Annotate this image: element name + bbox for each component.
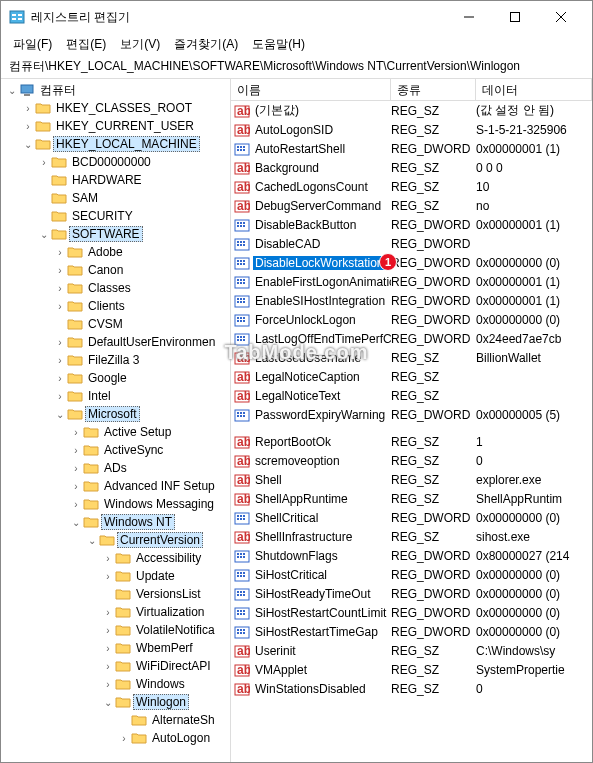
list-row[interactable]: abVMAppletREG_SZSystemPropertie xyxy=(231,660,592,679)
tree-row[interactable]: ⌄Microsoft xyxy=(1,405,230,423)
maximize-button[interactable] xyxy=(492,1,538,33)
tree-row[interactable]: ⌄CurrentVersion xyxy=(1,531,230,549)
chevron-down-icon[interactable]: ⌄ xyxy=(85,533,99,547)
menu-view[interactable]: 보기(V) xyxy=(114,34,166,55)
tree-row[interactable]: ›Clients xyxy=(1,297,230,315)
chevron-down-icon[interactable]: ⌄ xyxy=(53,407,67,421)
list-row[interactable]: abShellInfrastructureREG_SZsihost.exe xyxy=(231,527,592,546)
tree-row[interactable]: ›ADs xyxy=(1,459,230,477)
list-row[interactable]: AutoRestartShellREG_DWORD0x00000001 (1) xyxy=(231,139,592,158)
list-row[interactable]: abAutoLogonSIDREG_SZS-1-5-21-325906 xyxy=(231,120,592,139)
chevron-right-icon[interactable]: › xyxy=(117,731,131,745)
chevron-right-icon[interactable]: › xyxy=(53,245,67,259)
menu-help[interactable]: 도움말(H) xyxy=(246,34,311,55)
chevron-right-icon[interactable]: › xyxy=(101,551,115,565)
tree-row[interactable]: ›BCD00000000 xyxy=(1,153,230,171)
tree-row[interactable]: ›VolatileNotifica xyxy=(1,621,230,639)
menu-edit[interactable]: 편집(E) xyxy=(60,34,112,55)
tree-row[interactable]: ›Windows xyxy=(1,675,230,693)
list-row[interactable]: ShellCriticalREG_DWORD0x00000000 (0) xyxy=(231,508,592,527)
column-data[interactable]: 데이터 xyxy=(476,79,592,100)
list-row[interactable]: abLastUsedUsernameREG_SZBillionWallet xyxy=(231,348,592,367)
menu-file[interactable]: 파일(F) xyxy=(7,34,58,55)
tree-row[interactable]: ›WbemPerf xyxy=(1,639,230,657)
chevron-right-icon[interactable]: › xyxy=(69,425,83,439)
chevron-down-icon[interactable]: ⌄ xyxy=(69,515,83,529)
chevron-right-icon[interactable]: › xyxy=(101,677,115,691)
tree-row[interactable]: ›Active Setup xyxy=(1,423,230,441)
close-button[interactable] xyxy=(538,1,584,33)
tree-row[interactable]: ›WiFiDirectAPI xyxy=(1,657,230,675)
tree-row[interactable]: SECURITY xyxy=(1,207,230,225)
chevron-right-icon[interactable]: › xyxy=(21,101,35,115)
chevron-right-icon[interactable]: › xyxy=(53,299,67,313)
tree-row[interactable]: ⌄Windows NT xyxy=(1,513,230,531)
list-row[interactable]: abscremoveoptionREG_SZ0 xyxy=(231,451,592,470)
tree-row[interactable]: ›Intel xyxy=(1,387,230,405)
tree-row[interactable]: ›ActiveSync xyxy=(1,441,230,459)
list-row[interactable]: DisableBackButtonREG_DWORD0x00000001 (1) xyxy=(231,215,592,234)
list-row[interactable]: DisableCADREG_DWORD xyxy=(231,234,592,253)
tree-row[interactable]: ⌄컴퓨터 xyxy=(1,81,230,99)
tree-row[interactable]: HARDWARE xyxy=(1,171,230,189)
chevron-down-icon[interactable]: ⌄ xyxy=(21,137,35,151)
list-row[interactable]: PasswordExpiryWarningREG_DWORD0x00000005… xyxy=(231,405,592,424)
tree-row[interactable]: ›Google xyxy=(1,369,230,387)
tree-row[interactable]: ⌄SOFTWARE xyxy=(1,225,230,243)
list-row[interactable]: EnableFirstLogonAnimationREG_DWORD0x0000… xyxy=(231,272,592,291)
chevron-right-icon[interactable]: › xyxy=(101,641,115,655)
minimize-button[interactable] xyxy=(446,1,492,33)
list-row[interactable]: abWinStationsDisabledREG_SZ0 xyxy=(231,679,592,698)
list-row[interactable]: SiHostRestartTimeGapREG_DWORD0x00000000 … xyxy=(231,622,592,641)
list-row[interactable]: abShellREG_SZexplorer.exe xyxy=(231,470,592,489)
tree-panel[interactable]: ⌄컴퓨터›HKEY_CLASSES_ROOT›HKEY_CURRENT_USER… xyxy=(1,79,231,762)
list-row[interactable]: abUserinitREG_SZC:\Windows\sy xyxy=(231,641,592,660)
chevron-right-icon[interactable]: › xyxy=(69,479,83,493)
chevron-right-icon[interactable]: › xyxy=(53,335,67,349)
tree-row[interactable]: ›HKEY_CURRENT_USER xyxy=(1,117,230,135)
tree-row[interactable]: ›Update xyxy=(1,567,230,585)
tree-row[interactable]: SAM xyxy=(1,189,230,207)
list-row[interactable]: abLegalNoticeCaptionREG_SZ xyxy=(231,367,592,386)
tree-row[interactable]: CVSM xyxy=(1,315,230,333)
tree-row[interactable]: ›Windows Messaging xyxy=(1,495,230,513)
chevron-right-icon[interactable]: › xyxy=(69,443,83,457)
chevron-right-icon[interactable]: › xyxy=(69,497,83,511)
tree-row[interactable]: ›Adobe xyxy=(1,243,230,261)
chevron-right-icon[interactable]: › xyxy=(37,155,51,169)
list-body[interactable]: ab(기본값)REG_SZ(값 설정 안 됨)abAutoLogonSIDREG… xyxy=(231,101,592,762)
chevron-right-icon[interactable]: › xyxy=(101,623,115,637)
list-row[interactable]: SiHostReadyTimeOutREG_DWORD0x00000000 (0… xyxy=(231,584,592,603)
chevron-right-icon[interactable]: › xyxy=(53,371,67,385)
tree-row[interactable]: ⌄HKEY_LOCAL_MACHINE xyxy=(1,135,230,153)
chevron-right-icon[interactable]: › xyxy=(21,119,35,133)
tree-row[interactable]: ›AutoLogon xyxy=(1,729,230,747)
chevron-right-icon[interactable]: › xyxy=(53,353,67,367)
chevron-right-icon[interactable]: › xyxy=(53,263,67,277)
chevron-right-icon[interactable]: › xyxy=(69,461,83,475)
list-row[interactable]: abDebugServerCommandREG_SZno xyxy=(231,196,592,215)
tree-row[interactable]: ›Classes xyxy=(1,279,230,297)
tree-row[interactable]: ⌄Winlogon xyxy=(1,693,230,711)
chevron-down-icon[interactable]: ⌄ xyxy=(101,695,115,709)
chevron-right-icon[interactable]: › xyxy=(53,281,67,295)
list-row[interactable]: LastLogOffEndTimePerfCo...REG_DWORD0x24e… xyxy=(231,329,592,348)
chevron-down-icon[interactable]: ⌄ xyxy=(5,83,19,97)
chevron-right-icon[interactable]: › xyxy=(101,569,115,583)
column-name[interactable]: 이름 xyxy=(231,79,391,100)
tree-row[interactable]: ›Canon xyxy=(1,261,230,279)
tree-row[interactable]: ›DefaultUserEnvironmen xyxy=(1,333,230,351)
list-row[interactable]: abBackgroundREG_SZ0 0 0 xyxy=(231,158,592,177)
menu-favorites[interactable]: 즐겨찾기(A) xyxy=(168,34,244,55)
tree-row[interactable]: ›Accessibility xyxy=(1,549,230,567)
list-row[interactable]: abShellAppRuntimeREG_SZShellAppRuntim xyxy=(231,489,592,508)
list-row[interactable]: EnableSIHostIntegrationREG_DWORD0x000000… xyxy=(231,291,592,310)
list-row[interactable]: SiHostCriticalREG_DWORD0x00000000 (0) xyxy=(231,565,592,584)
list-row[interactable]: DisableLockWorkstationREG_DWORD0x0000000… xyxy=(231,253,592,272)
chevron-right-icon[interactable]: › xyxy=(53,389,67,403)
chevron-right-icon[interactable]: › xyxy=(101,659,115,673)
column-type[interactable]: 종류 xyxy=(391,79,476,100)
tree-row[interactable]: VersionsList xyxy=(1,585,230,603)
list-row[interactable]: abLegalNoticeTextREG_SZ xyxy=(231,386,592,405)
tree-row[interactable]: ›FileZilla 3 xyxy=(1,351,230,369)
